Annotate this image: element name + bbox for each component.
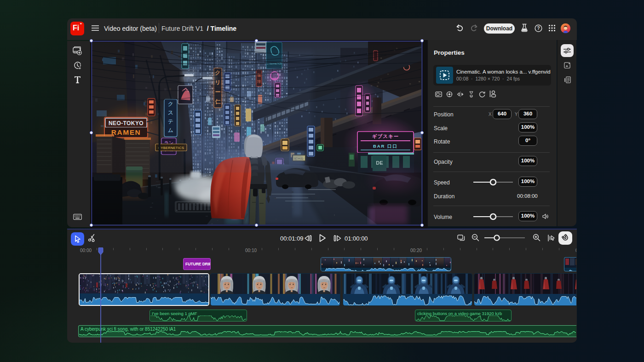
svg-text:?: ? — [537, 26, 540, 31]
